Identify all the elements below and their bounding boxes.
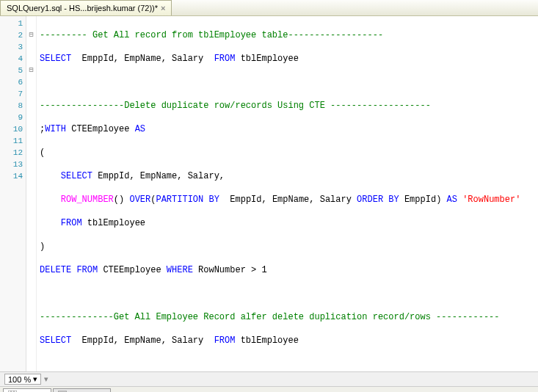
code-func: ROW_NUMBER: [61, 195, 114, 205]
code-kw: FROM: [214, 54, 236, 64]
result-tab-bar: Results Messages: [0, 387, 538, 392]
messages-tab[interactable]: Messages: [53, 388, 111, 392]
zoom-marker: ▾: [44, 374, 48, 384]
code-kw: DELETE FROM: [40, 265, 98, 275]
code-kw: PARTITION BY: [156, 195, 219, 205]
code-text: [40, 171, 61, 181]
code-text: ): [40, 242, 45, 252]
code-text: EmppId, EmpName, Salary: [71, 335, 214, 346]
code-text: RowNumber > 1: [193, 265, 267, 275]
code-comment: --------- Get All record from tblEmploye…: [40, 30, 383, 40]
file-tab-title: SQLQuery1.sql - HS...brijesh.kumar (72))…: [7, 4, 158, 12]
close-icon[interactable]: ×: [161, 4, 165, 12]
chevron-down-icon: ▾: [33, 374, 37, 384]
code-text: EmppId, EmpName, Salary: [71, 54, 214, 64]
code-text: [40, 195, 61, 205]
zoom-dropdown[interactable]: 100 % ▾: [4, 374, 41, 385]
code-text: EmppId, EmpName, Salary,: [92, 171, 225, 181]
zoom-value: 100 %: [8, 375, 31, 384]
line-gutter: 1234567891011121314: [0, 16, 26, 371]
code-kw: ORDER BY: [357, 195, 399, 205]
code-text: EmppId): [399, 195, 447, 205]
code-text: (: [40, 148, 45, 158]
code-kw: AS: [447, 195, 457, 205]
code-area[interactable]: --------- Get All record from tblEmploye…: [37, 16, 538, 371]
code-string: 'RowNumber': [462, 195, 520, 205]
code-text: [40, 218, 61, 228]
code-kw: FROM: [61, 218, 82, 228]
code-kw: SELECT: [40, 335, 71, 346]
sql-editor[interactable]: 1234567891011121314 ⊟⊟ --------- Get All…: [0, 16, 538, 371]
code-kw: AS: [135, 124, 145, 134]
code-text: CTEEmployee: [66, 124, 135, 134]
code-comment: ----------------Delete duplicate row/rec…: [40, 101, 431, 111]
code-text: tblEmployee: [235, 335, 298, 346]
file-tab-bar: SQLQuery1.sql - HS...brijesh.kumar (72))…: [0, 0, 538, 16]
zoom-bar: 100 % ▾ ▾: [0, 371, 538, 387]
code-text: EmppId, EmpName, Salary: [219, 195, 357, 205]
code-kw: FROM: [214, 335, 236, 346]
code-kw: OVER: [129, 195, 150, 205]
code-kw: SELECT: [61, 171, 92, 181]
results-tab[interactable]: Results: [3, 388, 51, 392]
code-kw: SELECT: [40, 54, 71, 64]
file-tab[interactable]: SQLQuery1.sql - HS...brijesh.kumar (72))…: [0, 0, 172, 15]
fold-column: ⊟⊟: [26, 16, 37, 371]
code-text: tblEmployee: [82, 218, 145, 228]
code-kw: WHERE: [167, 265, 193, 275]
code-text: (): [114, 195, 130, 205]
code-text: tblEmployee: [235, 54, 298, 64]
code-text: CTEEmployee: [98, 265, 167, 275]
code-kw: WITH: [45, 124, 66, 134]
code-comment: --------------Get All Employee Record al…: [40, 312, 500, 322]
